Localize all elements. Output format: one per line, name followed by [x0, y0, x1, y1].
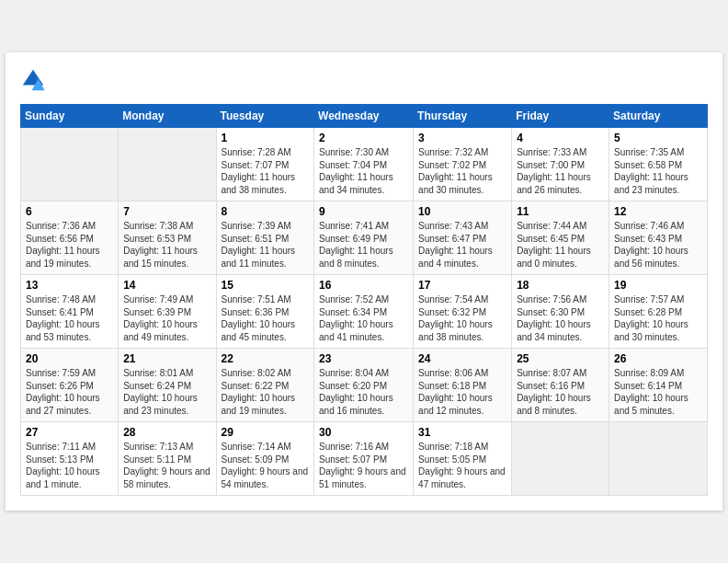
calendar-cell: 11Sunrise: 7:44 AMSunset: 6:45 PMDayligh… [512, 201, 609, 275]
day-number: 24 [418, 352, 506, 365]
calendar-cell: 13Sunrise: 7:48 AMSunset: 6:41 PMDayligh… [21, 275, 119, 349]
weekday-header-row: SundayMondayTuesdayWednesdayThursdayFrid… [21, 105, 708, 128]
day-number: 18 [517, 279, 604, 292]
weekday-header-wednesday: Wednesday [314, 105, 414, 128]
calendar-cell: 16Sunrise: 7:52 AMSunset: 6:34 PMDayligh… [314, 275, 414, 349]
cell-info: Sunrise: 7:18 AMSunset: 5:05 PMDaylight:… [418, 441, 506, 490]
week-row-1: 1Sunrise: 7:28 AMSunset: 7:07 PMDaylight… [21, 128, 708, 201]
calendar-cell: 24Sunrise: 8:06 AMSunset: 6:18 PMDayligh… [414, 349, 512, 422]
cell-info: Sunrise: 7:56 AMSunset: 6:30 PMDaylight:… [517, 293, 604, 343]
cell-info: Sunrise: 7:33 AMSunset: 7:00 PMDaylight:… [517, 146, 604, 196]
calendar-cell: 25Sunrise: 8:07 AMSunset: 6:16 PMDayligh… [512, 349, 609, 422]
day-number: 6 [26, 205, 113, 218]
day-number: 11 [517, 205, 604, 218]
calendar-cell [609, 422, 708, 496]
calendar-cell: 6Sunrise: 7:36 AMSunset: 6:56 PMDaylight… [21, 201, 119, 275]
day-number: 12 [614, 205, 702, 218]
cell-info: Sunrise: 7:13 AMSunset: 5:11 PMDaylight:… [123, 441, 210, 490]
day-number: 8 [222, 205, 310, 218]
weekday-header-thursday: Thursday [414, 105, 512, 128]
day-number: 9 [319, 205, 408, 218]
weekday-header-monday: Monday [119, 105, 216, 128]
day-number: 23 [319, 352, 408, 365]
day-number: 4 [517, 132, 604, 144]
cell-info: Sunrise: 7:51 AMSunset: 6:36 PMDaylight:… [222, 293, 310, 343]
week-row-3: 13Sunrise: 7:48 AMSunset: 6:41 PMDayligh… [21, 275, 708, 349]
day-number: 15 [222, 279, 310, 292]
calendar-container: SundayMondayTuesdayWednesdayThursdayFrid… [6, 52, 722, 511]
cell-info: Sunrise: 8:09 AMSunset: 6:14 PMDaylight:… [614, 367, 702, 417]
week-row-2: 6Sunrise: 7:36 AMSunset: 6:56 PMDaylight… [21, 201, 708, 275]
weekday-header-tuesday: Tuesday [216, 105, 314, 128]
cell-info: Sunrise: 7:41 AMSunset: 6:49 PMDaylight:… [319, 220, 408, 270]
cell-info: Sunrise: 7:49 AMSunset: 6:39 PMDaylight:… [123, 293, 210, 343]
day-number: 28 [123, 426, 210, 439]
calendar-cell: 18Sunrise: 7:56 AMSunset: 6:30 PMDayligh… [512, 275, 609, 349]
cell-info: Sunrise: 8:01 AMSunset: 6:24 PMDaylight:… [123, 367, 210, 417]
day-number: 16 [319, 279, 408, 292]
header [20, 67, 708, 93]
calendar-cell: 15Sunrise: 7:51 AMSunset: 6:36 PMDayligh… [216, 275, 314, 349]
weekday-header-friday: Friday [512, 105, 609, 128]
cell-info: Sunrise: 7:16 AMSunset: 5:07 PMDaylight:… [319, 441, 408, 490]
calendar-cell: 17Sunrise: 7:54 AMSunset: 6:32 PMDayligh… [414, 275, 512, 349]
cell-info: Sunrise: 7:59 AMSunset: 6:26 PMDaylight:… [26, 367, 113, 417]
day-number: 30 [319, 426, 408, 439]
week-row-4: 20Sunrise: 7:59 AMSunset: 6:26 PMDayligh… [21, 349, 708, 422]
calendar-cell: 8Sunrise: 7:39 AMSunset: 6:51 PMDaylight… [216, 201, 314, 275]
calendar-cell: 31Sunrise: 7:18 AMSunset: 5:05 PMDayligh… [414, 422, 512, 496]
cell-info: Sunrise: 7:52 AMSunset: 6:34 PMDaylight:… [319, 293, 408, 343]
calendar-cell: 19Sunrise: 7:57 AMSunset: 6:28 PMDayligh… [609, 275, 708, 349]
calendar-cell: 10Sunrise: 7:43 AMSunset: 6:47 PMDayligh… [414, 201, 512, 275]
cell-info: Sunrise: 7:38 AMSunset: 6:53 PMDaylight:… [123, 220, 210, 270]
weekday-header-sunday: Sunday [21, 105, 119, 128]
calendar-cell: 29Sunrise: 7:14 AMSunset: 5:09 PMDayligh… [216, 422, 314, 496]
day-number: 31 [418, 426, 506, 439]
calendar-cell: 3Sunrise: 7:32 AMSunset: 7:02 PMDaylight… [414, 128, 512, 201]
cell-info: Sunrise: 7:28 AMSunset: 7:07 PMDaylight:… [222, 146, 310, 196]
calendar-cell [119, 128, 216, 201]
calendar-cell: 27Sunrise: 7:11 AMSunset: 5:13 PMDayligh… [21, 422, 119, 496]
weekday-header-saturday: Saturday [609, 105, 708, 128]
calendar-cell: 30Sunrise: 7:16 AMSunset: 5:07 PMDayligh… [314, 422, 414, 496]
calendar-cell: 7Sunrise: 7:38 AMSunset: 6:53 PMDaylight… [119, 201, 216, 275]
logo-icon [20, 67, 46, 93]
day-number: 25 [517, 352, 604, 365]
cell-info: Sunrise: 7:36 AMSunset: 6:56 PMDaylight:… [26, 220, 113, 270]
day-number: 20 [26, 352, 113, 365]
day-number: 3 [418, 132, 506, 144]
cell-info: Sunrise: 8:02 AMSunset: 6:22 PMDaylight:… [222, 367, 310, 417]
day-number: 10 [418, 205, 506, 218]
calendar-cell: 23Sunrise: 8:04 AMSunset: 6:20 PMDayligh… [314, 349, 414, 422]
cell-info: Sunrise: 7:43 AMSunset: 6:47 PMDaylight:… [418, 220, 506, 270]
logo [20, 67, 50, 93]
day-number: 21 [123, 352, 210, 365]
cell-info: Sunrise: 7:30 AMSunset: 7:04 PMDaylight:… [319, 146, 408, 196]
calendar-cell: 12Sunrise: 7:46 AMSunset: 6:43 PMDayligh… [609, 201, 708, 275]
cell-info: Sunrise: 8:06 AMSunset: 6:18 PMDaylight:… [418, 367, 506, 417]
calendar-cell: 20Sunrise: 7:59 AMSunset: 6:26 PMDayligh… [21, 349, 119, 422]
calendar-cell: 1Sunrise: 7:28 AMSunset: 7:07 PMDaylight… [216, 128, 314, 201]
day-number: 13 [26, 279, 113, 292]
cell-info: Sunrise: 7:35 AMSunset: 6:58 PMDaylight:… [614, 146, 702, 196]
calendar-cell: 22Sunrise: 8:02 AMSunset: 6:22 PMDayligh… [216, 349, 314, 422]
cell-info: Sunrise: 7:14 AMSunset: 5:09 PMDaylight:… [222, 441, 310, 490]
day-number: 5 [614, 132, 702, 144]
cell-info: Sunrise: 8:07 AMSunset: 6:16 PMDaylight:… [517, 367, 604, 417]
day-number: 17 [418, 279, 506, 292]
calendar-cell: 2Sunrise: 7:30 AMSunset: 7:04 PMDaylight… [314, 128, 414, 201]
cell-info: Sunrise: 7:48 AMSunset: 6:41 PMDaylight:… [26, 293, 113, 343]
day-number: 14 [123, 279, 210, 292]
cell-info: Sunrise: 7:44 AMSunset: 6:45 PMDaylight:… [517, 220, 604, 270]
calendar-cell: 5Sunrise: 7:35 AMSunset: 6:58 PMDaylight… [609, 128, 708, 201]
day-number: 7 [123, 205, 210, 218]
day-number: 22 [222, 352, 310, 365]
cell-info: Sunrise: 7:54 AMSunset: 6:32 PMDaylight:… [418, 293, 506, 343]
calendar-cell: 26Sunrise: 8:09 AMSunset: 6:14 PMDayligh… [609, 349, 708, 422]
calendar-cell [21, 128, 119, 201]
day-number: 2 [319, 132, 408, 144]
cell-info: Sunrise: 7:32 AMSunset: 7:02 PMDaylight:… [418, 146, 506, 196]
cell-info: Sunrise: 7:39 AMSunset: 6:51 PMDaylight:… [222, 220, 310, 270]
cell-info: Sunrise: 7:46 AMSunset: 6:43 PMDaylight:… [614, 220, 702, 270]
day-number: 26 [614, 352, 702, 365]
